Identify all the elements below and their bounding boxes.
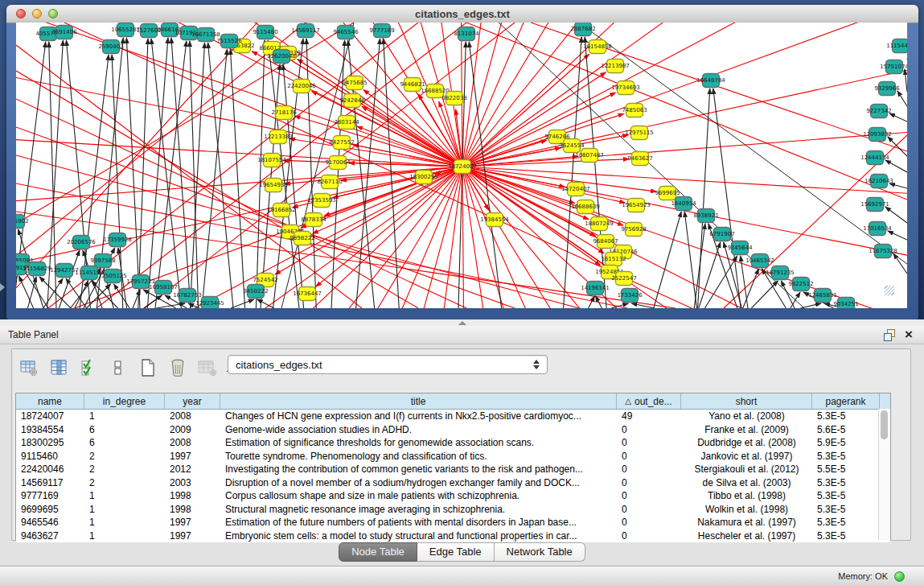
tab-node-table[interactable]: Node Table bbox=[339, 542, 417, 562]
column-header-out-de-[interactable]: △out_de... bbox=[617, 393, 681, 409]
graph-node[interactable]: 2887682 bbox=[570, 23, 595, 36]
graph-node[interactable]: 19166852 bbox=[267, 204, 296, 217]
window-title: citations_edges.txt bbox=[415, 8, 510, 20]
table-row[interactable]: 1456911722003Disruption of a novel membe… bbox=[16, 476, 890, 490]
graph-node[interactable]: 18807249 bbox=[585, 217, 614, 231]
svg-text:16648784: 16648784 bbox=[696, 77, 725, 84]
network-canvas[interactable]: 1830029519384554224200462718176122133839… bbox=[16, 23, 907, 308]
svg-text:11154408: 11154408 bbox=[886, 43, 907, 49]
graph-node[interactable]: 12353593 bbox=[307, 194, 336, 208]
graph-node[interactable]: 12093832 bbox=[863, 128, 892, 142]
table-row[interactable]: 1830029562008Estimation of significance … bbox=[16, 436, 890, 450]
graph-node[interactable]: 9822512 bbox=[788, 278, 813, 291]
svg-text:9227342: 9227342 bbox=[866, 108, 891, 114]
graph-node[interactable]: 9227342 bbox=[866, 105, 891, 118]
column-header-name[interactable]: name bbox=[16, 393, 84, 409]
table-row[interactable]: 911546021997Tourette syndrome. Phenomeno… bbox=[16, 450, 890, 463]
graph-node[interactable]: 9329966 bbox=[874, 82, 900, 96]
graph-node[interactable]: 9756928 bbox=[621, 223, 646, 237]
graph-node[interactable]: 17016534 bbox=[863, 222, 892, 236]
column-header-in-degree[interactable]: in_degree bbox=[84, 393, 165, 409]
network-window[interactable]: citations_edges.txt 18300295193845542242… bbox=[6, 5, 918, 319]
graph-node[interactable]: 11154408 bbox=[886, 39, 907, 53]
column-header-pagerank[interactable]: pagerank bbox=[812, 393, 880, 409]
graph-node[interactable]: 9034251 bbox=[833, 298, 858, 309]
table-cell: Dudbridge et al. (2008) bbox=[681, 437, 812, 448]
table-row[interactable]: 969969511998Structural magnetic resonanc… bbox=[16, 503, 890, 517]
graph-node[interactable]: 15692971 bbox=[860, 198, 889, 212]
table-cell: 49 bbox=[617, 410, 681, 422]
svg-text:16958107: 16958107 bbox=[149, 284, 178, 290]
tab-edge-table[interactable]: Edge Table bbox=[417, 542, 495, 562]
new-table-icon[interactable] bbox=[136, 356, 160, 380]
graph-node[interactable]: 9345644 bbox=[727, 241, 753, 255]
table-row[interactable]: 2242004622012Investigating the contribut… bbox=[16, 463, 890, 476]
graph-node[interactable]: 9170064 bbox=[325, 156, 351, 170]
graph-node[interactable]: 8427552 bbox=[329, 136, 354, 150]
graph-node[interactable]: 1840954 bbox=[671, 197, 696, 211]
table-cell: Estimation of significance thresholds fo… bbox=[220, 437, 617, 448]
delete-table-icon[interactable] bbox=[166, 356, 190, 380]
graph-node[interactable]: 10465342 bbox=[745, 254, 774, 268]
row-height-icon[interactable] bbox=[106, 356, 130, 380]
graph-node[interactable]: 12465831 bbox=[808, 289, 837, 303]
table-scrollbar[interactable] bbox=[878, 409, 890, 540]
graph-node[interactable]: 19384554 bbox=[480, 213, 509, 227]
panel-collapse-arrow-icon[interactable] bbox=[0, 283, 5, 291]
tab-network-table[interactable]: Network Table bbox=[495, 542, 585, 562]
table-row[interactable]: 946554611997Estimation of the future num… bbox=[16, 516, 890, 529]
table-cell: 1 bbox=[84, 410, 165, 422]
table-cell: 18724007 bbox=[16, 410, 84, 422]
select-rows-icon[interactable] bbox=[76, 356, 101, 380]
graph-node[interactable]: 17359928 bbox=[103, 233, 132, 247]
graph-node[interactable]: 10688639 bbox=[571, 200, 600, 214]
close-panel-icon[interactable]: × bbox=[905, 329, 913, 340]
column-header-title[interactable]: title bbox=[220, 393, 617, 409]
graph-node[interactable]: 12975115 bbox=[625, 126, 654, 140]
table-cell: Hescheler et al. (1997) bbox=[681, 530, 812, 542]
splitter-grip-icon[interactable] bbox=[458, 321, 466, 325]
graph-node[interactable]: 8131074 bbox=[454, 27, 479, 41]
graph-node[interactable]: 9684067 bbox=[593, 235, 618, 249]
graph-node[interactable]: 16791235 bbox=[766, 266, 795, 280]
graph-node[interactable]: 9115460 bbox=[253, 26, 277, 39]
table-cell: 2 bbox=[84, 463, 165, 475]
status-bar: Memory: OK bbox=[0, 566, 924, 585]
table-row[interactable]: 1872400712008Changes of HCN gene express… bbox=[16, 410, 890, 423]
close-button[interactable] bbox=[16, 9, 26, 19]
graph-node[interactable]: 12213987 bbox=[601, 60, 630, 73]
table-cell: Structural magnetic resonance image aver… bbox=[220, 504, 617, 515]
graph-node[interactable]: 16210643 bbox=[864, 175, 893, 188]
table-row[interactable]: 946362711997Embryonic stem cells: a mode… bbox=[16, 529, 890, 543]
table-select-dropdown[interactable]: citations_edges.txt bbox=[228, 355, 548, 374]
graph-node[interactable]: 8938921 bbox=[693, 209, 718, 223]
graph-node[interactable]: 1733426 bbox=[617, 289, 643, 303]
svg-text:14196141: 14196141 bbox=[581, 285, 610, 291]
graph-node[interactable]: 14569117 bbox=[291, 24, 320, 38]
float-panel-icon[interactable] bbox=[884, 329, 895, 340]
minimize-button[interactable] bbox=[32, 9, 42, 19]
graph-node[interactable]: 3691406 bbox=[51, 26, 77, 39]
zoom-button[interactable] bbox=[48, 9, 58, 19]
graph-node[interactable]: 7485063 bbox=[622, 104, 647, 117]
network-window-titlebar[interactable]: citations_edges.txt bbox=[6, 5, 918, 23]
show-columns-icon[interactable] bbox=[47, 356, 71, 380]
scrollbar-thumb[interactable] bbox=[881, 410, 888, 439]
table-cell: Estimation of the future numbers of pati… bbox=[220, 517, 617, 528]
column-header-year[interactable]: year bbox=[165, 393, 220, 409]
graph-node[interactable]: 8878334 bbox=[301, 213, 326, 227]
table-options-icon[interactable] bbox=[17, 356, 41, 380]
delete-column-icon[interactable] bbox=[195, 356, 220, 380]
resize-grip-icon[interactable] bbox=[885, 286, 894, 295]
graph-node[interactable]: 9315902 bbox=[16, 215, 29, 229]
graph-node[interactable]: 12444134 bbox=[860, 151, 889, 165]
table-row[interactable]: 1938455462009Genome-wide association stu… bbox=[16, 423, 890, 437]
svg-text:1840954: 1840954 bbox=[671, 200, 696, 207]
graph-node[interactable]: 9777169 bbox=[369, 24, 394, 38]
column-header-short[interactable]: short bbox=[681, 393, 812, 409]
graph-node[interactable]: 19654923 bbox=[622, 199, 651, 212]
table-row[interactable]: 977716911998Corpus callosum shape and si… bbox=[16, 489, 890, 503]
graph-node[interactable]: 16648784 bbox=[696, 74, 725, 88]
table-cell: Genome-wide association studies in ADHD. bbox=[220, 424, 617, 435]
graph-node[interactable]: 11675328 bbox=[869, 245, 897, 258]
